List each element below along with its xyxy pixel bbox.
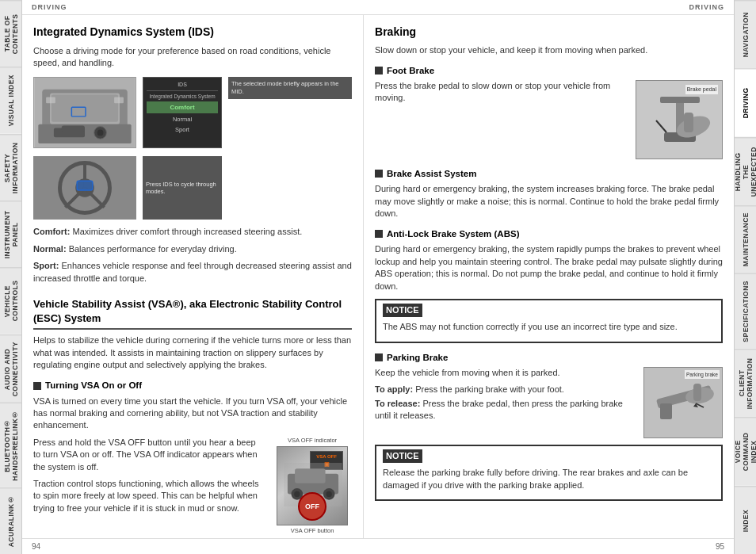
vsa-turn-text: VSA is turned on every time you start th…	[33, 395, 352, 432]
vsa-button-image: VSA OFF ▣	[277, 446, 348, 525]
foot-brake-section: Foot Brake Press the brake pedal to slow…	[375, 64, 723, 159]
svg-point-26	[326, 491, 332, 497]
vsa-button-image-block: VSA OFF indicator VSA OFF ▣	[273, 437, 352, 536]
sidebar-item-driving[interactable]: DRIVING	[735, 68, 756, 136]
abs-notice-label: NOTICE	[383, 304, 422, 317]
sidebar-item-client-information[interactable]: CLIENT INFORMATION	[735, 349, 756, 417]
content-columns: Integrated Dynamics System (IDS) Choose …	[22, 15, 734, 538]
abs-notice-box: NOTICE The ABS may not function correctl…	[375, 299, 723, 343]
comfort-label: Comfort:	[33, 227, 70, 236]
svg-point-24	[294, 491, 300, 497]
ids-steering-image-block: Press IDS to cycle through modes.	[33, 156, 352, 220]
sport-label: Sport:	[33, 261, 59, 270]
bottom-bar: 94 95	[22, 538, 734, 554]
svg-rect-22	[295, 469, 326, 483]
svg-rect-7	[62, 126, 85, 132]
sidebar-item-voice-command[interactable]: VOICE COMMAND INDEX	[735, 417, 756, 485]
top-bar: DRIVING DRIVING	[22, 0, 734, 15]
brake-assist-heading: Brake Assist System	[375, 167, 723, 180]
svg-rect-38	[693, 384, 701, 401]
page-number-left: 94	[32, 542, 40, 551]
svg-rect-18	[77, 181, 93, 191]
brake-pedal-label: Brake pedal	[685, 85, 718, 94]
sidebar-item-instrument-panel[interactable]: INSTRUMENT PANEL	[0, 201, 21, 267]
comfort-description: Comfort: Maximizes driver comfort throug…	[33, 226, 352, 238]
main-content: DRIVING DRIVING Integrated Dynamics Syst…	[22, 0, 734, 554]
parking-brake-text-block: Keep the vehicle from moving when it is …	[375, 367, 636, 424]
bullet-icon-foot-brake	[375, 67, 383, 75]
top-label-right: DRIVING	[689, 3, 724, 11]
svg-point-6	[97, 130, 104, 136]
car-dashboard-image	[33, 77, 136, 148]
vsa-off-button[interactable]: OFF	[298, 492, 326, 521]
braking-intro: Slow down or stop your vehicle, and keep…	[375, 44, 723, 56]
foot-brake-heading: Foot Brake	[375, 64, 723, 77]
parking-notice-label: NOTICE	[383, 449, 422, 463]
svg-rect-32	[684, 113, 693, 132]
vsa-press-hold: Press and hold the VSA OFF button until …	[33, 437, 265, 473]
svg-rect-9	[46, 97, 55, 104]
right-column: Braking Slow down or stop your vehicle, …	[364, 15, 734, 538]
svg-rect-28	[660, 97, 700, 103]
ids-overlay-header: IDS	[147, 81, 218, 91]
vsa-button-label: VSA OFF button	[291, 527, 334, 536]
abs-text: During hard or emergency braking, the sy…	[375, 243, 723, 292]
sidebar-item-acuralink[interactable]: ACURALINK®	[0, 487, 21, 554]
parking-brake-diagram: Parking brake	[643, 367, 723, 438]
vsa-traction: Traction control stops functioning, whic…	[33, 478, 265, 514]
sidebar-item-visual-index[interactable]: VISUAL INDEX	[0, 67, 21, 133]
parking-brake-row: Keep the vehicle from moving when it is …	[375, 367, 723, 438]
normal-description: Normal: Balances performance for everyda…	[33, 243, 352, 255]
normal-label: Normal:	[33, 244, 67, 254]
parking-brake-notice-box: NOTICE Release the parking brake fully b…	[375, 445, 723, 501]
vsa-section: Vehicle Stability Assist (VSA®), aka Ele…	[33, 297, 352, 536]
parking-brake-text: Keep the vehicle from moving when it is …	[375, 367, 636, 379]
parking-brake-apply: To apply: Press the parking brake with y…	[375, 384, 636, 395]
sidebar-item-table-of-contents[interactable]: TABLE OF CONTENTS	[0, 0, 21, 67]
steering-wheel-image	[33, 156, 136, 220]
ids-cycle-caption: Press IDS to cycle through modes.	[143, 156, 222, 220]
vsa-indicator-label: VSA OFF indicator	[288, 437, 337, 445]
ids-overlay-label: Integrated Dynamics System	[147, 93, 218, 100]
brake-assist-text: During hard or emergency braking, the sy…	[375, 183, 723, 220]
sidebar-item-maintenance[interactable]: MAINTENANCE	[735, 205, 756, 273]
svg-rect-10	[114, 97, 124, 104]
vsa-title: Vehicle Stability Assist (VSA®), aka Ele…	[33, 297, 352, 330]
brake-pedal-diagram: Brake pedal	[636, 80, 723, 159]
sidebar-item-safety-information[interactable]: SAFETY INFORMATION	[0, 134, 21, 201]
page-number-right: 95	[716, 542, 724, 551]
svg-rect-8	[52, 95, 118, 122]
ids-mode-sport: Sport	[147, 125, 218, 136]
left-sidebar: TABLE OF CONTENTS VISUAL INDEX SAFETY IN…	[0, 0, 22, 554]
sidebar-item-navigation[interactable]: NAVIGATION	[735, 0, 756, 68]
bullet-icon-abs	[375, 230, 383, 238]
sidebar-item-specifications[interactable]: SPECIFICATIONS	[735, 273, 756, 349]
ids-image-block: IDS Integrated Dynamics System Comfort N…	[33, 77, 352, 148]
ids-mode-comfort: Comfort	[147, 101, 218, 113]
abs-heading: Anti-Lock Brake System (ABS)	[375, 227, 723, 240]
braking-title: Braking	[375, 25, 723, 40]
left-column: Integrated Dynamics System (IDS) Choose …	[22, 15, 364, 538]
ids-selected-mode-caption: The selected mode briefly appears in the…	[228, 77, 352, 99]
foot-brake-image-row: Press the brake pedal to slow down or st…	[375, 80, 723, 159]
brake-assist-section: Brake Assist System During hard or emerg…	[375, 167, 723, 220]
bullet-icon-brake-assist	[375, 170, 383, 178]
vsa-intro: Helps to stabilize the vehicle during co…	[33, 334, 352, 371]
right-sidebar: NAVIGATION DRIVING HANDLING THE UNEXPECT…	[734, 0, 756, 554]
top-label-left: DRIVING	[32, 3, 67, 11]
ids-intro: Choose a driving mode for your preferenc…	[33, 45, 352, 70]
sidebar-item-index[interactable]: INDEX	[735, 486, 756, 554]
abs-section: Anti-Lock Brake System (ABS) During hard…	[375, 227, 723, 342]
turning-vsa-heading: Turning VSA On or Off	[33, 379, 352, 392]
parking-notice-text: Release the parking brake fully before d…	[383, 467, 715, 491]
parking-brake-release: To release: Press the brake pedal, then …	[375, 398, 636, 422]
sidebar-item-vehicle-controls[interactable]: VEHICLE CONTROLS	[0, 267, 21, 334]
sidebar-item-handling-unexpected[interactable]: HANDLING THE UNEXPECTED	[735, 137, 756, 205]
sidebar-item-bluetooth[interactable]: BLUETOOTH® HANDSFREELINK®	[0, 403, 21, 487]
sidebar-item-audio-connectivity[interactable]: AUDIO AND CONNECTIVITY	[0, 334, 21, 403]
abs-notice-text: The ABS may not function correctly if yo…	[383, 321, 715, 333]
vsa-off-section: Press and hold the VSA OFF button until …	[33, 437, 352, 536]
bullet-icon	[33, 382, 41, 390]
svg-rect-36	[660, 403, 672, 419]
sport-description: Sport: Enhances vehicle response and fee…	[33, 260, 352, 285]
